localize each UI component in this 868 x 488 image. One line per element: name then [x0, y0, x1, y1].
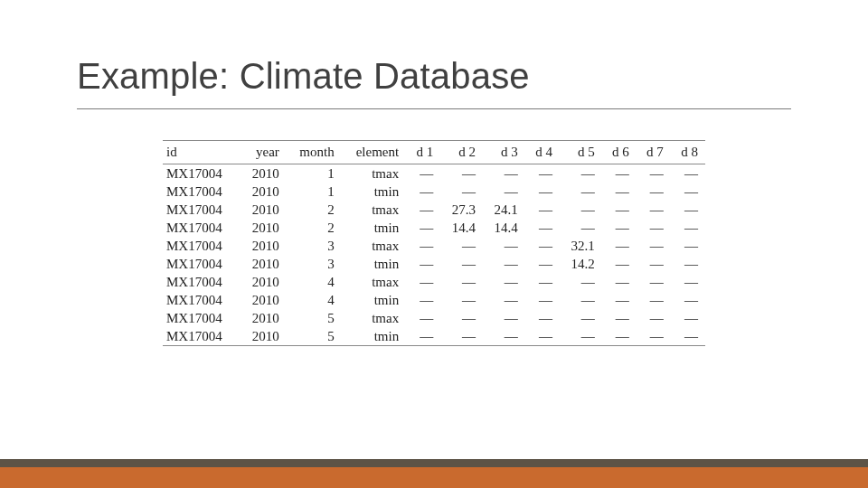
col-element: element	[342, 141, 406, 164]
cell-id: MX17004	[163, 183, 241, 201]
cell-year: 2010	[241, 255, 287, 273]
cell-d6: —	[602, 237, 637, 255]
cell-element: tmin	[342, 183, 406, 201]
cell-id: MX17004	[163, 255, 241, 273]
table-row: MX1700420105tmin————————	[163, 327, 705, 346]
table-row: MX1700420102tmax—27.324.1—————	[163, 201, 705, 219]
cell-d5: —	[560, 327, 602, 346]
cell-d4: —	[525, 273, 560, 291]
cell-d7: —	[637, 273, 671, 291]
cell-d8: —	[671, 255, 705, 273]
col-d4: d 4	[525, 141, 560, 164]
cell-month: 2	[287, 219, 342, 237]
cell-d6: —	[602, 201, 637, 219]
cell-month: 5	[287, 327, 342, 346]
table-row: MX1700420105tmax————————	[163, 309, 705, 327]
table-row: MX1700420102tmin—14.414.4—————	[163, 219, 705, 237]
cell-d8: —	[671, 309, 705, 327]
cell-d8: —	[671, 219, 705, 237]
cell-d8: —	[671, 201, 705, 219]
cell-d7: —	[637, 164, 671, 183]
cell-element: tmin	[342, 255, 406, 273]
cell-element: tmin	[342, 327, 406, 346]
cell-d2: —	[440, 255, 483, 273]
cell-d6: —	[602, 291, 637, 309]
cell-d4: —	[525, 201, 560, 219]
cell-element: tmax	[342, 201, 406, 219]
cell-year: 2010	[241, 219, 287, 237]
cell-year: 2010	[241, 309, 287, 327]
col-d7: d 7	[637, 141, 671, 164]
cell-month: 4	[287, 273, 342, 291]
cell-d4: —	[525, 183, 560, 201]
cell-id: MX17004	[163, 164, 241, 183]
table-row: MX1700420101tmin————————	[163, 183, 705, 201]
cell-month: 3	[287, 255, 342, 273]
table-row: MX1700420104tmax————————	[163, 273, 705, 291]
col-d1: d 1	[406, 141, 440, 164]
footer-stripe-dark	[0, 459, 868, 467]
col-id: id	[163, 141, 241, 164]
cell-d7: —	[637, 309, 671, 327]
cell-d3: —	[483, 164, 525, 183]
col-d3: d 3	[483, 141, 525, 164]
cell-d6: —	[602, 273, 637, 291]
table-body: MX1700420101tmax————————MX1700420101tmin…	[163, 164, 705, 346]
col-d2: d 2	[440, 141, 483, 164]
cell-d2: —	[440, 327, 483, 346]
cell-d7: —	[637, 219, 671, 237]
cell-d8: —	[671, 327, 705, 346]
cell-d3: —	[483, 327, 525, 346]
cell-year: 2010	[241, 291, 287, 309]
cell-id: MX17004	[163, 327, 241, 346]
cell-id: MX17004	[163, 201, 241, 219]
cell-d1: —	[406, 291, 440, 309]
cell-d6: —	[602, 309, 637, 327]
cell-d5: —	[560, 273, 602, 291]
cell-element: tmax	[342, 164, 406, 183]
cell-year: 2010	[241, 164, 287, 183]
col-year: year	[241, 141, 287, 164]
cell-d6: —	[602, 327, 637, 346]
table-row: MX1700420104tmin————————	[163, 291, 705, 309]
cell-month: 1	[287, 183, 342, 201]
cell-d4: —	[525, 237, 560, 255]
cell-d3: —	[483, 291, 525, 309]
cell-d8: —	[671, 164, 705, 183]
cell-year: 2010	[241, 183, 287, 201]
cell-id: MX17004	[163, 309, 241, 327]
cell-d2: 14.4	[440, 219, 483, 237]
cell-year: 2010	[241, 201, 287, 219]
title-underline	[77, 108, 791, 109]
cell-d8: —	[671, 273, 705, 291]
cell-id: MX17004	[163, 237, 241, 255]
cell-d5: —	[560, 201, 602, 219]
cell-d2: —	[440, 309, 483, 327]
cell-d7: —	[637, 291, 671, 309]
cell-d3: —	[483, 237, 525, 255]
cell-month: 2	[287, 201, 342, 219]
cell-d7: —	[637, 237, 671, 255]
cell-d4: —	[525, 309, 560, 327]
table-header-row: id year month element d 1 d 2 d 3 d 4 d …	[163, 141, 705, 164]
cell-year: 2010	[241, 237, 287, 255]
cell-d6: —	[602, 183, 637, 201]
cell-element: tmax	[342, 309, 406, 327]
cell-d1: —	[406, 273, 440, 291]
table-row: MX1700420103tmin————14.2———	[163, 255, 705, 273]
cell-d4: —	[525, 164, 560, 183]
cell-d4: —	[525, 291, 560, 309]
cell-d5: —	[560, 164, 602, 183]
cell-d2: —	[440, 273, 483, 291]
cell-d4: —	[525, 327, 560, 346]
cell-id: MX17004	[163, 219, 241, 237]
cell-year: 2010	[241, 327, 287, 346]
cell-d5: 32.1	[560, 237, 602, 255]
cell-d6: —	[602, 255, 637, 273]
cell-d2: —	[440, 237, 483, 255]
cell-d4: —	[525, 255, 560, 273]
cell-d8: —	[671, 291, 705, 309]
table-row: MX1700420101tmax————————	[163, 164, 705, 183]
cell-id: MX17004	[163, 273, 241, 291]
cell-d5: —	[560, 291, 602, 309]
